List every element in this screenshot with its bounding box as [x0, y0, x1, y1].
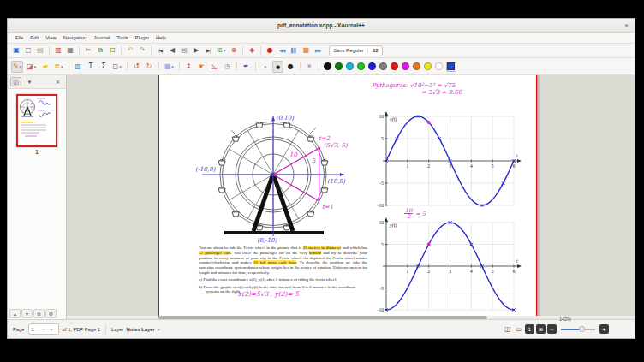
color-orange-swatch[interactable] — [413, 62, 420, 70]
color-dark-green-swatch[interactable] — [335, 62, 343, 70]
fit-page-button[interactable]: 1 — [525, 324, 534, 334]
fill-tool-button[interactable]: ✳ — [304, 61, 315, 73]
undo-button[interactable]: ↶ — [125, 45, 135, 56]
presentation-mode-button[interactable]: ▭ — [514, 324, 523, 334]
select-rectangle-dropdown-icon[interactable]: ▾ — [171, 64, 174, 69]
eraser-tool-dropdown-icon[interactable]: ▾ — [34, 64, 37, 69]
color-yellow-swatch[interactable] — [424, 62, 432, 70]
close-window-button[interactable]: × — [622, 21, 631, 30]
page-thumbnail[interactable] — [16, 94, 57, 147]
delete-page-button[interactable]: ⊗ — [229, 45, 239, 56]
previous-page-button[interactable]: ◀ — [167, 45, 177, 56]
shape-recognizer-button[interactable]: ↺ — [131, 61, 142, 73]
color-picker-button[interactable] — [446, 62, 456, 72]
toolbar-separator — [121, 46, 122, 56]
svg-text:10: 10 — [379, 220, 385, 225]
menu-edit[interactable]: Edit — [27, 35, 42, 40]
pause-audio-button[interactable]: ▌▌ — [289, 45, 299, 56]
color-black-swatch[interactable] — [324, 62, 331, 70]
redo-button[interactable]: ↷ — [137, 45, 147, 56]
record-audio-button[interactable]: ● — [265, 45, 275, 56]
insert-image-button[interactable]: ▧ — [73, 61, 84, 73]
pen-fine-button[interactable]: • — [259, 61, 271, 73]
color-cyan-swatch[interactable] — [346, 62, 354, 70]
page-increment-button[interactable]: + — [48, 327, 56, 332]
last-page-button[interactable]: ▶| — [203, 45, 213, 56]
menu-view[interactable]: View — [42, 35, 59, 40]
zoom-in-button[interactable]: + — [599, 324, 609, 334]
copy-button[interactable]: ⧉ — [95, 45, 105, 56]
menu-help[interactable]: Help — [152, 35, 170, 40]
cut-button[interactable]: ✂ — [83, 45, 93, 56]
text-tool-button[interactable]: T — [86, 61, 97, 73]
menu-plugin[interactable]: Plugin — [132, 35, 152, 40]
shapes-tool-button[interactable]: ◻▾ — [111, 61, 123, 73]
first-page-button[interactable]: |◀ — [155, 45, 165, 56]
hand-tool-button[interactable]: ☛ — [196, 61, 207, 73]
settings-button[interactable]: ⚙ — [45, 309, 57, 318]
pdf-page[interactable]: Pythagoras: √10²−5² = √75 = 5√3 ≈ 8.66 — [158, 75, 537, 319]
stylus-pen-button[interactable]: ✒ — [241, 61, 252, 73]
app-window: pdf_annotation.xopp - Xournal++ × FileEd… — [7, 18, 635, 339]
add-page-dropdown-icon[interactable]: ▾ — [224, 48, 226, 53]
next-page-button[interactable]: ▶ — [191, 45, 201, 56]
forward-audio-button[interactable]: ▶▶ — [313, 45, 323, 56]
layer-value[interactable]: Notes Layer — [127, 327, 155, 332]
font-selector[interactable]: Sans Regular 12 — [329, 45, 383, 56]
select-pdf-text-dropdown-icon[interactable]: ▾ — [61, 64, 63, 69]
stop-audio-button[interactable]: ■ — [301, 45, 311, 56]
spline-button[interactable]: ◷ — [222, 61, 233, 73]
color-red-swatch[interactable] — [391, 62, 398, 70]
sidebar-preview-toggle[interactable]: ◫ — [10, 77, 21, 86]
sidebar-close-button[interactable]: × — [52, 77, 63, 86]
open-file-button[interactable]: ▤ — [35, 45, 45, 56]
document-canvas[interactable]: Pythagoras: √10²−5² = √75 = 5√3 ≈ 8.66 — [67, 75, 635, 319]
color-blue-swatch[interactable] — [368, 62, 376, 70]
rewind-audio-button[interactable]: ◀◀ — [277, 45, 287, 56]
select-rectangle-button[interactable]: ■▾ — [163, 61, 176, 73]
color-gray-swatch[interactable] — [379, 62, 387, 70]
fullscreen-button[interactable]: ◈ — [247, 45, 257, 56]
color-white-swatch[interactable] — [435, 62, 443, 70]
color-magenta-swatch[interactable] — [402, 62, 409, 70]
save-button[interactable]: ▣ — [11, 45, 21, 56]
menu-tools[interactable]: Tools — [113, 35, 132, 40]
layer-chevron-icon[interactable]: ▾ — [158, 327, 160, 332]
select-pdf-text-button[interactable]: ≣▾ — [52, 61, 64, 73]
duplicate-page-button[interactable]: ⧉ — [33, 309, 45, 318]
pen-thick-button[interactable]: ● — [285, 61, 296, 73]
pen-tool-button[interactable]: ✎▾ — [11, 61, 23, 73]
pen-thick-icon: ● — [288, 62, 294, 71]
draw-coordinate-system-button[interactable]: ↻ — [144, 61, 155, 73]
page-position-button[interactable]: ▤ — [179, 45, 189, 56]
page-decrement-button[interactable]: − — [40, 327, 48, 332]
highlighter-tool-button[interactable]: ▰ — [39, 61, 51, 73]
dual-page-view-button[interactable]: ◫ — [503, 324, 512, 334]
shapes-tool-dropdown-icon[interactable]: ▾ — [119, 64, 122, 69]
ruler-button[interactable]: ◺ — [209, 61, 220, 73]
menu-journal[interactable]: Journal — [90, 35, 113, 40]
eraser-tool-button[interactable]: ◪▾ — [25, 61, 38, 73]
pen-tool-dropdown-icon[interactable]: ▾ — [20, 64, 22, 69]
sidebar-dropdown-button[interactable]: ▾ — [24, 77, 35, 86]
fit-width-button[interactable]: ⊞ — [536, 324, 546, 334]
new-file-button[interactable]: ▢ — [23, 45, 33, 56]
export-pdf-button[interactable]: ▥ — [53, 45, 63, 56]
paste-button[interactable]: ⊟ — [107, 45, 117, 56]
page-spinner[interactable]: 1 − + — [28, 323, 59, 335]
zoom-slider[interactable] — [561, 324, 595, 334]
pen-medium-button[interactable]: ● — [272, 61, 283, 73]
vertical-space-button[interactable]: ↕ — [183, 61, 194, 73]
zoom-slider-knob[interactable] — [579, 326, 585, 332]
menu-file[interactable]: File — [12, 35, 27, 40]
zoom-out-button[interactable]: − — [547, 324, 557, 334]
print-button[interactable]: ▦ — [65, 45, 75, 56]
math-tex-button[interactable]: Σ — [98, 61, 110, 73]
scroll-down-button[interactable]: ▾ — [21, 309, 33, 318]
scroll-up-button[interactable]: ▴ — [9, 309, 21, 318]
add-page-button[interactable]: ⊞▾ — [215, 45, 227, 56]
menu-navigation[interactable]: Navigation — [60, 35, 90, 40]
title-bar[interactable]: pdf_annotation.xopp - Xournal++ × — [8, 19, 635, 33]
color-green-swatch[interactable] — [357, 62, 365, 70]
svg-text:t: t — [516, 153, 518, 158]
